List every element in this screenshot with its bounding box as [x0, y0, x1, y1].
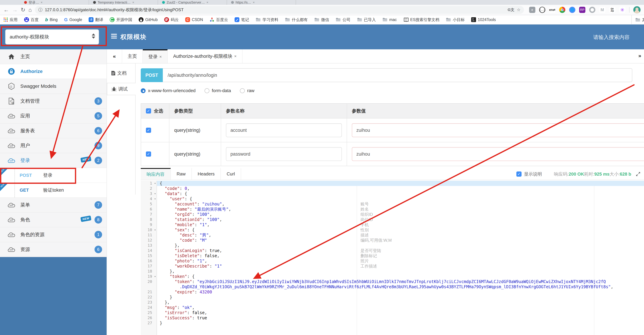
response-tab-Raw[interactable]: Raw	[171, 168, 192, 180]
sidebar-item-服务表[interactable]: API服务表6	[0, 124, 106, 138]
sidebar-api-post-登录[interactable]: NEWPOST登录	[0, 168, 106, 183]
row-checkbox[interactable]: ✓	[146, 128, 151, 133]
ext-asterisk-icon[interactable]: ✳	[619, 7, 625, 13]
ext-ring-icon[interactable]	[589, 7, 595, 13]
sidebar-item-资源[interactable]: API资源6	[0, 242, 106, 257]
row-checkbox[interactable]: ✓	[146, 152, 151, 157]
bookmark-item[interactable]: 学习资料	[256, 17, 278, 22]
forward-icon[interactable]: →	[12, 7, 18, 12]
menu-hamburger-icon[interactable]	[111, 34, 117, 40]
ext-m-chevron-icon[interactable]: M	[599, 7, 605, 13]
bookmark-item[interactable]: 百度	[24, 17, 39, 22]
ext-globe-icon[interactable]: 🌐	[569, 7, 575, 13]
radio-raw[interactable]: raw	[240, 88, 254, 93]
fullscreen-icon[interactable]	[636, 172, 640, 176]
back-icon[interactable]: ←	[4, 7, 9, 12]
sidebar-item-角色的资源[interactable]: API角色的资源1	[0, 227, 106, 242]
browser-tab[interactable]: Zuul2 - CampusServer…×	[158, 0, 227, 5]
ext-translate-icon[interactable]: en⇄	[549, 7, 555, 13]
response-tab-Curl[interactable]: Curl	[221, 168, 241, 180]
bookmark-item[interactable]: 百度云	[210, 17, 228, 22]
sidebar-item-主页[interactable]: 主页	[0, 49, 106, 64]
nav-调试[interactable]: 调试	[107, 83, 136, 95]
fold-arrow-icon[interactable]: ▾	[154, 181, 156, 186]
bookmark-item[interactable]: GitHub	[139, 17, 158, 22]
radio-icon[interactable]	[204, 88, 210, 93]
url-text[interactable]: 127.0.0.1:8760/api/gate/doc.html#/author…	[45, 7, 184, 12]
fold-arrow-icon[interactable]: ▾	[154, 227, 156, 232]
tabs-collapse-icon[interactable]: «	[107, 49, 122, 63]
param-name-input[interactable]: account	[226, 123, 342, 137]
tab-close-icon[interactable]: ×	[159, 54, 162, 59]
show-desc-checkbox[interactable]: ✓	[516, 172, 522, 177]
radio-form-data[interactable]: form-data	[204, 88, 231, 93]
content-tab-登录[interactable]: 登录×	[143, 49, 168, 63]
tab-close-icon[interactable]: ×	[41, 1, 42, 4]
sidebar-item-Swagger Models[interactable]: {;}Swagger Models	[0, 79, 106, 94]
module-select[interactable]: authority-权限模块	[5, 29, 99, 44]
param-value-input[interactable]: zuihou	[352, 147, 644, 161]
select-all-checkbox[interactable]: ✓	[146, 108, 151, 114]
translate-icon[interactable]: G文	[508, 7, 514, 12]
ext-gitzip-icon[interactable]: GitZip	[609, 7, 615, 13]
bookmark-item[interactable]: 应用	[4, 17, 18, 22]
tab-close-icon[interactable]: ×	[132, 1, 134, 4]
sidebar-item-应用[interactable]: API应用5	[0, 109, 106, 124]
browser-tab[interactable]: 登录…×	[20, 0, 89, 5]
ext-e-icon[interactable]: e	[529, 7, 535, 13]
bookmark-item[interactable]: 公司	[336, 17, 350, 22]
request-path-input[interactable]: /api/authority/anno/login	[163, 68, 632, 82]
browser-profile-avatar[interactable]	[633, 6, 640, 14]
tab-close-icon[interactable]: ×	[234, 54, 237, 59]
param-value-input[interactable]: zuihou	[352, 123, 644, 137]
tab-close-icon[interactable]: ×	[253, 1, 255, 4]
sidebar-item-Authorize[interactable]: Authorize	[0, 64, 106, 79]
bookmark-item[interactable]: GGoogle	[64, 17, 82, 22]
bookmark-item[interactable]: 微信	[314, 17, 329, 22]
bookmark-item[interactable]: 已导入	[357, 17, 376, 22]
bookmark-item[interactable]: 开源中国	[110, 17, 132, 22]
address-bar[interactable]: ⓘ 127.0.0.1:8760/api/gate/doc.html#/auth…	[35, 6, 524, 14]
bookmark-item[interactable]: 译翻译	[89, 17, 103, 22]
response-tab-响应内容[interactable]: 响应内容	[141, 168, 171, 180]
radio-x-www-form-urlencoded[interactable]: x-www-form-urlencoded	[141, 88, 196, 93]
page-info-icon[interactable]: ⓘ	[38, 7, 42, 12]
fold-arrow-icon[interactable]: ▾	[154, 196, 156, 202]
tabs-expand-icon[interactable]: »	[638, 53, 641, 59]
fold-arrow-icon[interactable]: ▾	[154, 274, 156, 279]
radio-icon[interactable]	[240, 88, 245, 93]
bookmark-item[interactable]: 小目标	[446, 17, 465, 22]
home-icon[interactable]: ⌂	[28, 7, 32, 12]
bookmark-overflow[interactable]: 其	[632, 15, 644, 24]
bookmark-item[interactable]: mac	[382, 18, 397, 22]
sidebar-item-角色[interactable]: API角色NEW8	[0, 212, 106, 227]
param-name-input[interactable]: password	[226, 147, 342, 161]
ext-chrome-icon[interactable]	[559, 7, 565, 13]
bookmark-item[interactable]: ES搜索引擎文档	[404, 17, 440, 22]
bookmark-item[interactable]: bBing	[45, 17, 58, 22]
sidebar-item-文档管理[interactable]: ⚙文档管理3	[0, 94, 106, 109]
response-json-editor[interactable]: 1▾{2 "code": 0,3▾ "data": {4▾ "user": {5…	[141, 181, 644, 335]
radio-icon[interactable]	[141, 88, 146, 93]
bookmark-item[interactable]: CCSDN	[185, 17, 203, 22]
sidebar-item-菜单[interactable]: API菜单7	[0, 198, 106, 212]
ext-braces-icon[interactable]: {…}	[539, 7, 545, 13]
bookmark-star-icon[interactable]: ☆	[517, 8, 520, 12]
content-tab-Authorize-authority-权限模块[interactable]: Authorize-authority-权限模块×	[168, 49, 242, 63]
browser-tab[interactable]: https://s…×	[227, 0, 296, 5]
bookmark-item[interactable]: 笔记	[234, 17, 249, 22]
nav-文档[interactable]: 文档	[107, 68, 135, 79]
fold-arrow-icon[interactable]: ▾	[154, 191, 156, 196]
tab-close-icon[interactable]: ×	[206, 1, 208, 4]
ext-rp-icon[interactable]: RP	[579, 7, 585, 13]
bookmark-item[interactable]: 什么都有	[285, 17, 308, 22]
content-tab-主页[interactable]: 主页	[122, 49, 143, 63]
sidebar-item-用户[interactable]: API用户9	[0, 138, 106, 153]
reload-icon[interactable]: ↻	[21, 7, 25, 12]
response-tab-Headers[interactable]: Headers	[192, 168, 221, 180]
sidebar-api-get-验证token[interactable]: NEWGET验证token	[0, 183, 106, 198]
sidebar-item-登录[interactable]: API登录NEW2	[0, 153, 106, 168]
bookmark-item[interactable]: 码云	[164, 17, 179, 22]
browser-tab[interactable]: Temporary Interacti…×	[89, 0, 158, 5]
header-search-input[interactable]: 请输入搜索内容	[593, 34, 630, 41]
